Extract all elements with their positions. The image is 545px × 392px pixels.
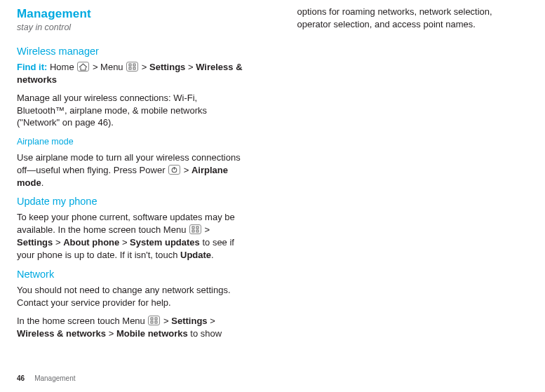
system-updates-label: System updates (130, 237, 200, 248)
gt: > (161, 316, 171, 326)
settings-label: Settings (17, 237, 53, 248)
text-home: Home (50, 62, 74, 72)
svg-rect-0 (129, 64, 131, 66)
svg-rect-12 (151, 321, 153, 323)
menu-icon (189, 224, 201, 234)
page-title: Management (17, 6, 248, 22)
svg-rect-10 (151, 318, 153, 320)
svg-rect-6 (192, 227, 194, 229)
page-footer: 46 Management (17, 370, 528, 392)
menu-icon (126, 62, 138, 72)
svg-rect-11 (155, 318, 157, 320)
update-end: . (211, 250, 214, 260)
wireless-manager-findit: Find it: Home > Menu > Settings > Wirele… (17, 61, 248, 86)
airplane-end: . (41, 177, 44, 188)
network-p2: In the home screen touch Menu > Settings… (17, 315, 248, 340)
section-update-phone: Update my phone (17, 194, 248, 208)
update-button-label: Update (180, 250, 211, 260)
network-pre: In the home screen touch Menu (17, 316, 147, 326)
svg-rect-7 (196, 227, 199, 229)
gt: > (202, 224, 210, 235)
svg-rect-9 (196, 230, 199, 232)
svg-rect-13 (155, 321, 157, 323)
wireless-networks-label: Wireless & networks (17, 328, 106, 339)
update-body: To keep your phone current, software upd… (17, 211, 248, 262)
right-column: options for roaming networks, network se… (297, 6, 529, 370)
page-number: 46 (17, 374, 25, 384)
text-menu: > Menu (90, 62, 126, 72)
findit-label: Find it: (17, 62, 47, 72)
gt: > (208, 316, 215, 326)
section-wireless-manager: Wireless manager (17, 44, 248, 58)
power-icon (168, 165, 180, 175)
airplane-body: Use airplane mode to turn all your wirel… (17, 151, 248, 189)
section-network: Network (17, 267, 248, 281)
gt: > (119, 237, 130, 248)
network-post: to show (188, 328, 222, 339)
col2-p: options for roaming networks, network se… (297, 6, 529, 31)
settings-label: Settings (149, 62, 185, 72)
left-column: Management stay in control Wireless mana… (17, 6, 248, 370)
svg-rect-8 (192, 230, 194, 232)
gt: > (139, 62, 149, 72)
subsection-airplane-mode: Airplane mode (17, 136, 248, 148)
home-icon (77, 62, 89, 72)
wireless-manager-body: Manage all your wireless connections: Wi… (17, 92, 248, 130)
menu-icon (148, 316, 160, 325)
svg-rect-1 (133, 64, 135, 66)
gt: > (185, 62, 196, 72)
footer-section: Management (34, 374, 75, 384)
network-p1: You should not need to change any networ… (17, 284, 248, 309)
mobile-networks-label: Mobile networks (116, 328, 188, 339)
settings-label: Settings (171, 316, 207, 326)
gt: > (53, 237, 63, 248)
about-phone-label: About phone (63, 237, 119, 248)
airplane-post: > (181, 165, 191, 175)
gt: > (106, 328, 116, 339)
svg-rect-2 (129, 67, 131, 69)
svg-rect-3 (133, 67, 135, 69)
tagline: stay in control (17, 22, 248, 34)
